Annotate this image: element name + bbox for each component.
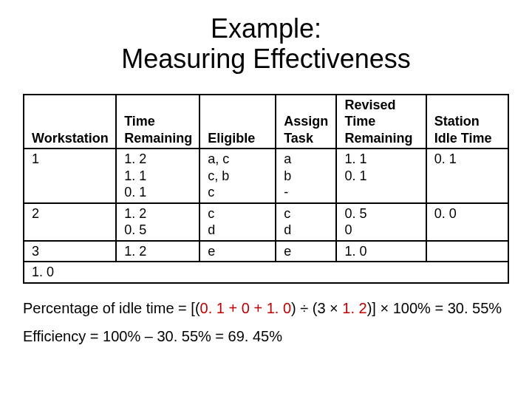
table-header-row: Workstation Time Remaining Eligible Assi… <box>24 95 508 149</box>
calc-text: Percentage of idle time = [( <box>23 300 200 316</box>
table-total-row: 1. 0 <box>24 262 508 283</box>
cell-station-idle-time: 0. 0 <box>426 203 508 241</box>
cell-eligible: cd <box>200 203 276 241</box>
header-station-idle-time: Station Idle Time <box>426 95 508 149</box>
cell-revised-time-remaining: 1. 10. 1 <box>336 149 426 203</box>
cell-revised-time-remaining: 0. 50 <box>336 203 426 241</box>
cell-station-idle-time: 0. 1 <box>426 149 508 203</box>
effectiveness-table: Workstation Time Remaining Eligible Assi… <box>23 94 509 284</box>
cell-time-remaining: 1. 2 <box>116 241 200 262</box>
header-time-remaining: Time Remaining <box>116 95 200 149</box>
table-row: 21. 20. 5cdcd0. 500. 0 <box>24 203 508 241</box>
header-assign-task: Assign Task <box>276 95 336 149</box>
calculations: Percentage of idle time = [(0. 1 + 0 + 1… <box>23 294 509 350</box>
cell-eligible: e <box>200 241 276 262</box>
cell-time-remaining: 1. 20. 5 <box>116 203 200 241</box>
cell-time-remaining: 1. 21. 10. 1 <box>116 149 200 203</box>
cell-station-idle-time <box>426 241 508 262</box>
cell-eligible: a, cc, bc <box>200 149 276 203</box>
calc-text: )] × 100% = 30. 55% <box>367 300 502 316</box>
header-revised-time-remaining: Revised Time Remaining <box>336 95 426 149</box>
header-eligible: Eligible <box>200 95 276 149</box>
slide-title: Example: Measuring Effectiveness <box>22 13 510 75</box>
cell-workstation: 2 <box>24 203 116 241</box>
table-row: 11. 21. 10. 1a, cc, bcab-1. 10. 10. 1 <box>24 149 508 203</box>
cell-total-idle: 1. 0 <box>24 262 508 283</box>
cell-assign-task: e <box>276 241 336 262</box>
title-line-2: Measuring Effectiveness <box>121 44 411 74</box>
calc-text: ) ÷ (3 × <box>291 300 342 316</box>
table-body: 11. 21. 10. 1a, cc, bcab-1. 10. 10. 121.… <box>24 149 508 283</box>
header-workstation: Workstation <box>24 95 116 149</box>
cell-assign-task: ab- <box>276 149 336 203</box>
cycle-time: 1. 2 <box>342 300 366 316</box>
table-row: 31. 2ee1. 0 <box>24 241 508 262</box>
cell-workstation: 3 <box>24 241 116 262</box>
idle-sum: 0. 1 + 0 + 1. 0 <box>200 300 291 316</box>
cell-assign-task: cd <box>276 203 336 241</box>
cell-workstation: 1 <box>24 149 116 203</box>
cell-revised-time-remaining: 1. 0 <box>336 241 426 262</box>
efficiency-line: Efficiency = 100% – 30. 55% = 69. 45% <box>23 322 509 350</box>
title-line-1: Example: <box>211 13 321 44</box>
percentage-idle-line: Percentage of idle time = [(0. 1 + 0 + 1… <box>23 294 509 322</box>
